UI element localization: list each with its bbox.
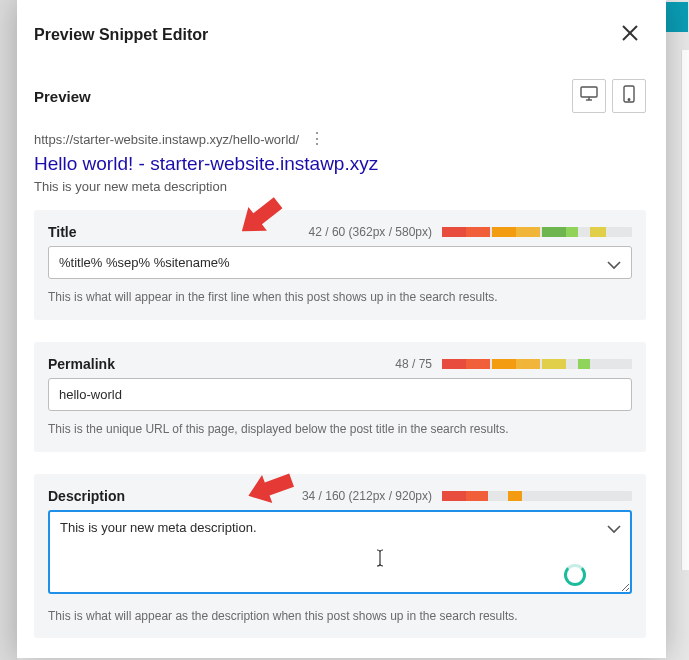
side-panel-peek	[681, 50, 689, 570]
permalink-field-card: Permalink 48 / 75	[34, 342, 646, 452]
permalink-input[interactable]	[48, 378, 632, 411]
snippet-preview: https://starter-website.instawp.xyz/hell…	[34, 117, 646, 210]
preview-snippet-editor-modal: Preview Snippet Editor Preview	[17, 0, 666, 658]
modal-title: Preview Snippet Editor	[34, 26, 208, 44]
permalink-helper-text: This is the unique URL of this page, dis…	[48, 421, 632, 438]
background-accent	[665, 2, 688, 32]
kebab-icon[interactable]: ⋮	[309, 131, 325, 147]
loading-spinner-icon	[564, 564, 586, 586]
device-toggle-group	[572, 79, 646, 113]
preview-header-row: Preview	[34, 61, 646, 117]
background-scrim	[0, 0, 18, 660]
title-input[interactable]	[48, 246, 632, 279]
title-counter: 42 / 60 (362px / 580px)	[309, 225, 432, 239]
description-input[interactable]	[48, 510, 632, 594]
close-icon[interactable]	[619, 22, 641, 48]
title-helper-text: This is what will appear in the first li…	[48, 289, 632, 306]
snippet-url: https://starter-website.instawp.xyz/hell…	[34, 132, 299, 147]
mobile-preview-button[interactable]	[612, 79, 646, 113]
snippet-description: This is your new meta description	[34, 179, 646, 194]
description-counter: 34 / 160 (212px / 920px)	[302, 489, 432, 503]
modal-body: Preview https://starte	[17, 60, 666, 658]
desktop-icon	[580, 86, 598, 106]
permalink-label: Permalink	[48, 356, 115, 372]
permalink-counter: 48 / 75	[395, 357, 432, 371]
chevron-down-icon[interactable]	[606, 256, 622, 274]
preview-label: Preview	[34, 88, 91, 105]
svg-point-6	[628, 99, 630, 101]
title-label: Title	[48, 224, 77, 240]
chevron-down-icon[interactable]	[606, 520, 622, 538]
snippet-title-link[interactable]: Hello world! - starter-website.instawp.x…	[34, 153, 646, 175]
title-length-meter	[442, 227, 632, 237]
description-length-meter	[442, 491, 632, 501]
description-helper-text: This is what will appear as the descript…	[48, 608, 632, 625]
svg-rect-2	[581, 87, 597, 97]
permalink-length-meter	[442, 359, 632, 369]
mobile-icon	[623, 85, 635, 107]
title-field-card: Title 42 / 60 (362px / 580px)	[34, 210, 646, 320]
snippet-url-row: https://starter-website.instawp.xyz/hell…	[34, 131, 646, 147]
description-label: Description	[48, 488, 125, 504]
desktop-preview-button[interactable]	[572, 79, 606, 113]
modal-header: Preview Snippet Editor	[17, 0, 666, 60]
description-field-card: Description 34 / 160 (212px / 920px)	[34, 474, 646, 639]
